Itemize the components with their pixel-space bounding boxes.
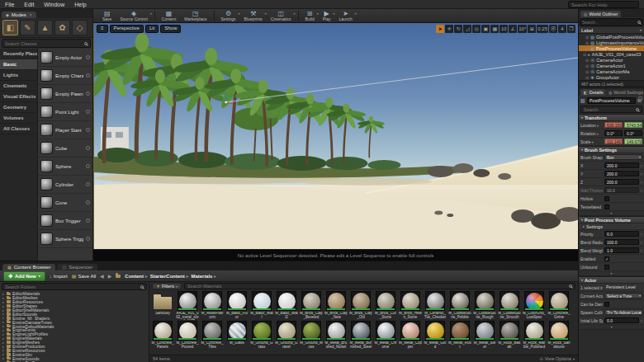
spinner-icon[interactable]: ↕: [641, 248, 643, 253]
launch-button[interactable]: ➤ Launch ▾: [334, 9, 356, 22]
spinner-icon[interactable]: ↕: [641, 180, 643, 185]
visibility-eye-icon[interactable]: ⊙: [585, 63, 589, 68]
rotate-tool-icon[interactable]: ↻: [454, 25, 462, 33]
checkbox[interactable]: [604, 196, 609, 201]
transform-value-y[interactable]: 149.679: [624, 139, 642, 144]
viewport-control[interactable]: Show: [160, 25, 181, 33]
placeable-item[interactable]: Sphere: [38, 157, 92, 176]
drag-handle-icon[interactable]: [86, 55, 90, 59]
label-column-header[interactable]: Label: [581, 28, 593, 33]
asset-tile[interactable]: M_Concrete_Grime: [547, 291, 571, 320]
visibility-eye-icon[interactable]: ⊙: [583, 52, 586, 57]
asset-tile[interactable]: M_CobbleStone_Pebble: [448, 291, 471, 320]
visibility-eye-icon[interactable]: ⊙: [585, 69, 589, 74]
placeable-item[interactable]: Empty Pawn: [38, 85, 92, 103]
view-options-button[interactable]: ⊙ View Options ▾: [539, 356, 575, 361]
menu-item[interactable]: Window: [39, 0, 69, 9]
asset-tile[interactable]: M_Concrete_Poured: [176, 321, 199, 350]
spinner-icon[interactable]: ↕: [641, 232, 643, 237]
filters-button[interactable]: ▼ Filters ▾: [152, 283, 182, 289]
subsection-settings[interactable]: ▸ Settings: [579, 223, 644, 230]
spinner-icon[interactable]: ↕: [641, 188, 643, 193]
property-value[interactable]: 200.0: [604, 162, 639, 168]
scale-snap-value[interactable]: 0.25: [537, 25, 548, 33]
tab-content-browser[interactable]: ▦ Content Browser: [2, 264, 55, 270]
cinematics-button[interactable]: ◫ Cinematics ▾: [267, 9, 296, 22]
property-value[interactable]: 100.0: [604, 239, 639, 245]
blueprints-button[interactable]: ⚒ Blueprints ▾: [240, 9, 267, 22]
save-all-button[interactable]: ▤ Save All: [72, 273, 96, 279]
folder-search-input[interactable]: [5, 284, 139, 289]
drag-handle-icon[interactable]: [86, 146, 90, 150]
outliner-search-input[interactable]: [582, 20, 636, 25]
transform-value-x[interactable]: 639.150: [604, 122, 623, 128]
property-value[interactable]: 10.0: [604, 187, 639, 193]
section-actor[interactable]: ▾ Actor: [579, 276, 644, 284]
visibility-eye-icon[interactable]: ⊙: [585, 75, 589, 80]
asset-tile[interactable]: M_CobbleStone_Smooth: [498, 291, 521, 320]
tab-world-settings[interactable]: ◎ World Settings: [605, 89, 644, 96]
place-mode-icon[interactable]: ◧: [2, 20, 18, 35]
asset-tile[interactable]: M_Metal_Rust: [448, 321, 471, 350]
scale-tool-icon[interactable]: ◿: [463, 25, 471, 33]
classes-search-input[interactable]: [5, 41, 83, 46]
grid-snap-icon[interactable]: ▦: [490, 25, 499, 33]
checkbox[interactable]: [604, 205, 609, 209]
property-value[interactable]: Box: [604, 154, 642, 160]
asset-tile[interactable]: M_Ground_Moss: [300, 321, 323, 350]
outliner-row[interactable]: ⊙ ⦿ CameraActorMa: [579, 68, 644, 74]
drag-handle-icon[interactable]: [86, 219, 90, 223]
asset-tile[interactable]: M_Metal_Chrome: [374, 321, 397, 350]
asset-tile[interactable]: M_Basic_Wall: [250, 291, 273, 320]
camera-speed-icon[interactable]: ⦿: [549, 25, 557, 33]
outliner-row[interactable]: ⊙ ▸ AAJE_V01_004_case03: [579, 51, 644, 57]
drag-handle-icon[interactable]: [86, 73, 90, 78]
level-viewport[interactable]: ≡ PerspectiveLitShow ➤✛↻◿◎▣▦10∠10°⊞0.25⦿…: [93, 23, 578, 249]
coordinate-system-icon[interactable]: ◎: [472, 25, 481, 33]
mode-category[interactable]: Volumes: [0, 113, 37, 124]
asset-tile[interactable]: M_Brick_Hewn_Stone: [399, 291, 422, 320]
breadcrumb-item[interactable]: Materials: [191, 273, 216, 279]
menu-item[interactable]: File: [0, 0, 19, 9]
asset-tile[interactable]: SandSky: [151, 291, 174, 320]
asset-tile[interactable]: M_Brick_Clay_Beveled: [300, 291, 323, 320]
transform-value-x[interactable]: 111.140: [604, 139, 623, 144]
expander-strip[interactable]: ▾: [579, 325, 644, 330]
landscape-mode-icon[interactable]: ▲: [37, 20, 53, 35]
property-value[interactable]: 0.0: [604, 231, 639, 237]
mode-category[interactable]: All Classes: [0, 124, 37, 134]
mode-category[interactable]: Visual Effects: [0, 92, 37, 102]
tab-modes[interactable]: ◆ Modes ✕: [2, 12, 36, 18]
asset-tile[interactable]: AAJE_V01_002_metal_silver1_MAT: [176, 291, 199, 320]
checkbox[interactable]: [604, 256, 609, 261]
asset-tile[interactable]: M_Rock_Basalt: [498, 321, 521, 350]
marketplace-button[interactable]: ◳ Marketplace: [180, 9, 211, 22]
placeable-item[interactable]: Empty Character: [38, 67, 92, 85]
grid-snap-value[interactable]: 10: [500, 25, 508, 33]
details-search-input[interactable]: [584, 107, 634, 112]
asset-tile[interactable]: M_Basic_Floor: [225, 291, 249, 320]
visibility-eye-icon[interactable]: ⊙: [585, 58, 589, 63]
asset-tile[interactable]: M_Brick_Cut_Stone: [374, 291, 397, 320]
breadcrumb-item[interactable]: StarterContent: [150, 273, 189, 279]
asset-tile[interactable]: M_Ground_Grass: [250, 321, 273, 350]
tab-world-outliner[interactable]: ◎ World Outliner: [580, 11, 621, 17]
visibility-eye-icon[interactable]: ⊙: [585, 40, 589, 45]
breadcrumb-item[interactable]: Content: [125, 273, 147, 279]
tab-sequencer[interactable]: ◫ Sequencer: [57, 264, 97, 270]
mode-category[interactable]: Recently Placed: [0, 49, 37, 59]
geometry-mode-icon[interactable]: ◇: [72, 20, 88, 35]
asset-search-input[interactable]: [187, 284, 567, 289]
drag-handle-icon[interactable]: [86, 237, 90, 241]
tab-details[interactable]: ◧ Details: [580, 89, 605, 96]
build-button[interactable]: ⊞ Build ▾: [301, 9, 319, 22]
property-value[interactable]: 200.0: [604, 179, 639, 185]
asset-tile[interactable]: M_Metal_Gold: [424, 321, 447, 350]
checkbox[interactable]: [604, 302, 609, 307]
outliner-row[interactable]: ⊙ ❖ GroupActor: [579, 74, 644, 80]
close-icon[interactable]: ✕: [29, 12, 32, 17]
placeable-item[interactable]: Cone: [38, 194, 92, 212]
asset-tile[interactable]: M_Glass: [225, 321, 249, 350]
menu-item[interactable]: Edit: [19, 0, 39, 9]
chevron-down-icon[interactable]: ▾: [355, 12, 357, 16]
